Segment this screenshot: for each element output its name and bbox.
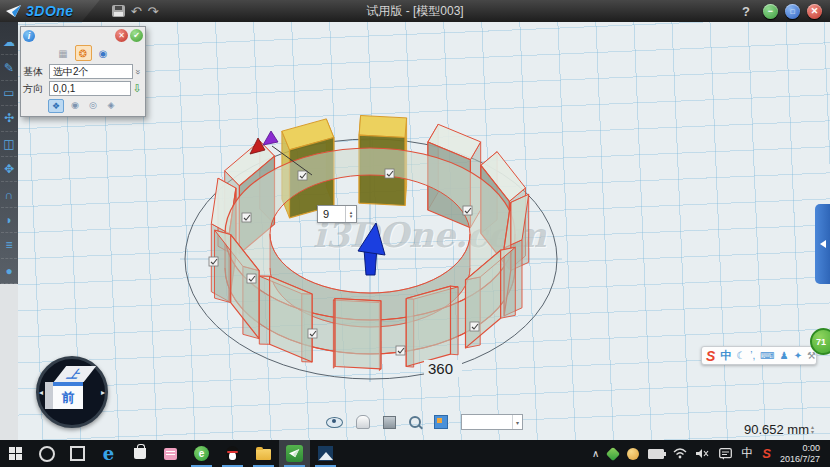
rotate-right-arrow-icon[interactable]: ▸ <box>101 388 105 397</box>
sogou-tray-icon[interactable]: S <box>762 446 771 461</box>
undo-button[interactable]: ↶ <box>131 5 142 18</box>
qq-penguin-icon <box>226 446 239 461</box>
task-view-button[interactable] <box>62 440 93 467</box>
sketch-plane-icon[interactable]: ▭ <box>1 81 17 106</box>
pattern-option-3-icon[interactable]: ◎ <box>86 99 100 111</box>
app-logo-text: 3DOne <box>26 3 74 19</box>
view-toolbar: ▾ <box>326 411 523 433</box>
pattern-option-4-icon[interactable]: ◈ <box>104 99 118 111</box>
view-cube-top-label: 上 <box>64 367 87 382</box>
base-body-label: 基体 <box>23 65 49 79</box>
solid-view-icon[interactable] <box>383 416 396 429</box>
solid-primitive-icon[interactable]: ◫ <box>1 132 17 157</box>
store-button[interactable] <box>124 440 155 467</box>
qq-button[interactable] <box>217 440 248 467</box>
edge-icon: e <box>103 443 114 464</box>
view-cube[interactable]: 上 前 ◂ ▸ <box>36 356 108 428</box>
view-cube-left-face[interactable] <box>45 382 53 409</box>
material-tool-icon[interactable]: ◗ <box>1 208 17 233</box>
3d-viewport[interactable]: i3DOne.com i3DOne.com <box>18 22 830 440</box>
start-button[interactable] <box>0 440 31 467</box>
paper-plane-icon <box>6 5 22 18</box>
minimize-button[interactable]: − <box>763 4 778 19</box>
app-window: 3DOne ↶ ↷ 试用版 - [模型003] ? − □ ✕ ☁ ✎ ▭ ✣ … <box>0 0 830 467</box>
save-button[interactable] <box>112 5 125 17</box>
battery-icon[interactable] <box>648 449 664 459</box>
dialog-cancel-button[interactable]: ✕ <box>115 29 128 42</box>
edit-feature-icon[interactable]: ✣ <box>1 106 17 131</box>
floating-score-badge[interactable]: 71 <box>810 328 830 355</box>
taskbar-clock[interactable]: 0:00 2016/7/27 <box>780 443 824 465</box>
move-tool-icon[interactable]: ✥ <box>1 157 17 182</box>
pattern-option-2-icon[interactable]: ◉ <box>68 99 82 111</box>
deform-tool-icon[interactable]: ∩ <box>1 182 17 207</box>
account-icon[interactable]: ♟ <box>780 350 789 361</box>
expand-chevron-icon[interactable]: » <box>133 67 143 77</box>
linear-pattern-icon[interactable]: ▦ <box>55 45 72 61</box>
point-pattern-icon[interactable]: ◉ <box>95 45 112 61</box>
clock-time: 0:00 <box>780 443 820 454</box>
windows-taskbar: e e ∧ 中 S 0:00 2016/7/27 <box>0 440 830 467</box>
zoom-icon[interactable] <box>409 416 421 428</box>
sogou-logo-icon[interactable]: S <box>706 349 715 363</box>
action-center-icon[interactable] <box>719 448 732 460</box>
collapsed-panel-tab[interactable] <box>815 204 830 284</box>
combobox-arrow-icon[interactable]: ▾ <box>512 415 522 429</box>
cortana-button[interactable] <box>31 440 62 467</box>
fullmoon-mode-icon[interactable]: ☾ <box>736 350 745 361</box>
grid-settings-icon[interactable] <box>434 415 448 429</box>
view-preset-combobox[interactable]: ▾ <box>461 414 523 430</box>
3done-taskbar-button[interactable] <box>279 440 310 467</box>
pattern-dialog: i ✕ ✔ ▦ ❂ ◉ 基体 选中2个 » 方向 0,0,1 ⇩ ❖ <box>20 26 146 117</box>
help-button[interactable]: ? <box>742 4 750 19</box>
chinese-mode-icon[interactable]: 中 <box>720 348 731 363</box>
notes-button[interactable] <box>155 440 186 467</box>
score-value: 71 <box>816 337 826 347</box>
edge-button[interactable]: e <box>93 440 124 467</box>
pick-direction-icon[interactable]: ⇩ <box>131 82 143 95</box>
soft-keyboard-icon[interactable]: ⌨ <box>760 350 774 361</box>
punctuation-icon[interactable]: ’, <box>750 350 755 361</box>
measurement-readout: 90.652 mm ▴▾ <box>744 422 814 437</box>
dialog-confirm-button[interactable]: ✔ <box>130 29 143 42</box>
pattern-count-value[interactable]: 9 <box>318 208 345 220</box>
visibility-icon[interactable] <box>326 417 343 428</box>
direction-value[interactable]: 0,0,1 <box>49 81 131 96</box>
measure-stepper-icon[interactable]: ▴▾ <box>811 425 814 435</box>
rotate-left-arrow-icon[interactable]: ◂ <box>39 388 43 397</box>
browser-360-button[interactable]: e <box>186 440 217 467</box>
view-cube-front-label: 前 <box>62 389 75 407</box>
pattern-option-1-icon[interactable]: ❖ <box>48 99 64 113</box>
volume-muted-icon[interactable] <box>696 448 710 459</box>
import-model-icon[interactable]: ☁ <box>1 30 17 55</box>
render-tool-icon[interactable]: ● <box>1 259 17 284</box>
title-bar: 3DOne ↶ ↷ 试用版 - [模型003] ? − □ ✕ <box>0 0 830 22</box>
base-body-value[interactable]: 选中2个 <box>49 64 133 79</box>
spinner-down-icon[interactable]: ▾ <box>350 214 353 218</box>
clock-date: 2016/7/27 <box>780 454 820 465</box>
display-mode-icon[interactable] <box>356 415 370 429</box>
redo-button[interactable]: ↷ <box>148 5 159 18</box>
close-button[interactable]: ✕ <box>807 4 822 19</box>
view-cube-front-face[interactable]: 前 <box>53 382 83 409</box>
input-language-icon[interactable]: 中 <box>741 445 753 462</box>
sketch-icon[interactable]: ✎ <box>1 55 17 80</box>
file-explorer-button[interactable] <box>248 440 279 467</box>
antivirus-tray-icon[interactable] <box>606 446 620 460</box>
system-tray: ∧ 中 S 0:00 2016/7/27 <box>592 443 830 465</box>
windows-logo-icon <box>9 447 22 460</box>
cortana-icon <box>39 446 55 462</box>
wifi-icon[interactable] <box>673 448 687 459</box>
3done-app-icon <box>286 445 303 462</box>
restore-button[interactable]: □ <box>785 4 800 19</box>
skin-icon[interactable]: ✦ <box>794 350 802 361</box>
angle-label-group: 360 <box>424 360 462 377</box>
circular-pattern-icon[interactable]: ❂ <box>75 45 92 61</box>
task-view-icon <box>70 446 85 461</box>
pattern-count-input[interactable]: 9 ▴ ▾ <box>317 205 357 223</box>
messenger-tray-icon[interactable] <box>627 448 639 460</box>
tray-expand-icon[interactable]: ∧ <box>592 448 599 459</box>
photos-icon <box>318 446 333 461</box>
list-tool-icon[interactable]: ≡ <box>1 233 17 258</box>
photos-button[interactable] <box>310 440 341 467</box>
